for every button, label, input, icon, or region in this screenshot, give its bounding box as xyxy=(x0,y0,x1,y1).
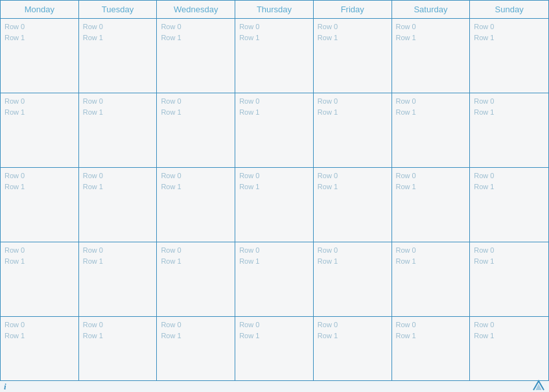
cell-row-0: Row 0 xyxy=(318,319,388,330)
cell-row-0: Row 0 xyxy=(5,170,75,181)
header-cell-thursday: Thursday xyxy=(235,1,314,18)
calendar-cell[interactable]: Row 0Row 1 xyxy=(79,19,158,93)
cell-row-0: Row 0 xyxy=(396,21,466,32)
calendar-cell[interactable]: Row 0Row 1 xyxy=(314,93,392,167)
calendar-cell[interactable]: Row 0Row 1 xyxy=(470,93,548,167)
cell-row-1: Row 1 xyxy=(161,256,231,267)
cell-row-1: Row 1 xyxy=(318,330,388,341)
cell-row-1: Row 1 xyxy=(239,256,309,267)
calendar-week-row: Row 0Row 1Row 0Row 1Row 0Row 1Row 0Row 1… xyxy=(1,93,548,168)
cell-row-0: Row 0 xyxy=(5,96,75,107)
cell-row-1: Row 1 xyxy=(396,181,466,192)
cell-row-0: Row 0 xyxy=(239,21,309,32)
cell-row-0: Row 0 xyxy=(161,21,231,32)
cell-row-0: Row 0 xyxy=(474,319,544,330)
cell-row-0: Row 0 xyxy=(318,96,388,107)
cell-row-1: Row 1 xyxy=(396,32,466,43)
cell-row-0: Row 0 xyxy=(5,245,75,256)
calendar-cell[interactable]: Row 0Row 1 xyxy=(314,168,392,242)
cell-row-0: Row 0 xyxy=(474,96,544,107)
cell-row-0: Row 0 xyxy=(396,96,466,107)
calendar-week-row: Row 0Row 1Row 0Row 1Row 0Row 1Row 0Row 1… xyxy=(1,242,548,317)
cell-row-1: Row 1 xyxy=(83,256,153,267)
cell-row-0: Row 0 xyxy=(396,170,466,181)
calendar-cell[interactable]: Row 0Row 1 xyxy=(1,19,79,93)
cell-row-1: Row 1 xyxy=(5,330,75,341)
cell-row-0: Row 0 xyxy=(83,319,153,330)
cell-row-0: Row 0 xyxy=(5,21,75,32)
cell-row-1: Row 1 xyxy=(161,107,231,118)
calendar-body: Row 0Row 1Row 0Row 1Row 0Row 1Row 0Row 1… xyxy=(1,19,548,391)
cell-row-0: Row 0 xyxy=(239,245,309,256)
calendar-cell[interactable]: Row 0Row 1 xyxy=(470,168,548,242)
cell-row-1: Row 1 xyxy=(239,330,309,341)
cell-row-1: Row 1 xyxy=(239,32,309,43)
cell-row-1: Row 1 xyxy=(83,107,153,118)
calendar-cell[interactable]: Row 0Row 1 xyxy=(1,242,79,316)
cell-row-1: Row 1 xyxy=(474,256,544,267)
cell-row-1: Row 1 xyxy=(161,32,231,43)
cell-row-0: Row 0 xyxy=(83,21,153,32)
cell-row-0: Row 0 xyxy=(474,21,544,32)
calendar-cell[interactable]: Row 0Row 1 xyxy=(1,168,79,242)
calendar-cell[interactable]: Row 0Row 1 xyxy=(235,168,314,242)
calendar-cell[interactable]: Row 0Row 1 xyxy=(79,93,158,167)
calendar-cell[interactable]: Row 0Row 1 xyxy=(157,93,235,167)
calendar-cell[interactable]: Row 0Row 1 xyxy=(157,19,235,93)
calendar-cell[interactable]: Row 0Row 1 xyxy=(79,168,158,242)
calendar-cell[interactable]: Row 0Row 1 xyxy=(235,19,314,93)
header-cell-saturday: Saturday xyxy=(392,1,471,18)
cell-row-1: Row 1 xyxy=(396,256,466,267)
calendar: MondayTuesdayWednesdayThursdayFridaySatu… xyxy=(0,0,549,392)
header-cell-wednesday: Wednesday xyxy=(157,1,235,18)
cell-row-1: Row 1 xyxy=(318,107,388,118)
cell-row-0: Row 0 xyxy=(239,170,309,181)
calendar-cell[interactable]: Row 0Row 1 xyxy=(392,19,471,93)
calendar-cell[interactable]: Row 0Row 1 xyxy=(470,242,548,316)
calendar-cell[interactable]: Row 0Row 1 xyxy=(235,93,314,167)
cell-row-0: Row 0 xyxy=(474,245,544,256)
calendar-cell[interactable]: Row 0Row 1 xyxy=(235,242,314,316)
cell-row-0: Row 0 xyxy=(83,245,153,256)
cell-row-0: Row 0 xyxy=(318,21,388,32)
calendar-cell[interactable]: Row 0Row 1 xyxy=(392,168,471,242)
calendar-cell[interactable]: Row 0Row 1 xyxy=(314,19,392,93)
cell-row-0: Row 0 xyxy=(474,170,544,181)
cell-row-0: Row 0 xyxy=(318,245,388,256)
cell-row-0: Row 0 xyxy=(161,96,231,107)
cell-row-1: Row 1 xyxy=(83,32,153,43)
info-icon[interactable]: i xyxy=(4,382,6,392)
cell-row-0: Row 0 xyxy=(5,319,75,330)
cell-row-1: Row 1 xyxy=(474,32,544,43)
header-cell-sunday: Sunday xyxy=(470,1,548,18)
calendar-cell[interactable]: Row 0Row 1 xyxy=(314,242,392,316)
calendar-cell[interactable]: Row 0Row 1 xyxy=(79,242,158,316)
cell-row-0: Row 0 xyxy=(83,96,153,107)
cell-row-0: Row 0 xyxy=(396,245,466,256)
cell-row-1: Row 1 xyxy=(5,256,75,267)
calendar-cell[interactable]: Row 0Row 1 xyxy=(157,168,235,242)
cell-row-0: Row 0 xyxy=(318,170,388,181)
calendar-cell[interactable]: Row 0Row 1 xyxy=(157,242,235,316)
cell-row-1: Row 1 xyxy=(474,330,544,341)
calendar-cell[interactable]: Row 0Row 1 xyxy=(392,242,471,316)
cell-row-1: Row 1 xyxy=(5,107,75,118)
calendar-header: MondayTuesdayWednesdayThursdayFridaySatu… xyxy=(1,1,548,19)
bottom-bar: i xyxy=(0,380,549,392)
cell-row-1: Row 1 xyxy=(83,330,153,341)
calendar-cell[interactable]: Row 0Row 1 xyxy=(470,19,548,93)
cell-row-1: Row 1 xyxy=(396,330,466,341)
cell-row-1: Row 1 xyxy=(318,181,388,192)
calendar-week-row: Row 0Row 1Row 0Row 1Row 0Row 1Row 0Row 1… xyxy=(1,19,548,93)
cell-row-1: Row 1 xyxy=(239,181,309,192)
cell-row-1: Row 1 xyxy=(83,181,153,192)
cell-row-0: Row 0 xyxy=(161,245,231,256)
logo-icon xyxy=(532,380,545,392)
header-cell-friday: Friday xyxy=(314,1,392,18)
cell-row-1: Row 1 xyxy=(474,181,544,192)
cell-row-0: Row 0 xyxy=(396,319,466,330)
cell-row-1: Row 1 xyxy=(318,256,388,267)
calendar-cell[interactable]: Row 0Row 1 xyxy=(1,93,79,167)
cell-row-1: Row 1 xyxy=(318,32,388,43)
calendar-cell[interactable]: Row 0Row 1 xyxy=(392,93,471,167)
